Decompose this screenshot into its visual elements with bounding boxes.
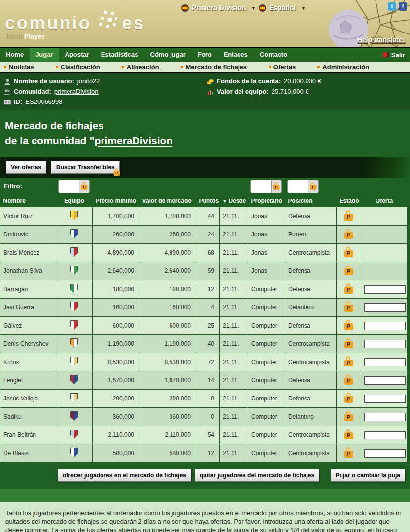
offer-input[interactable] (364, 395, 406, 403)
player-name[interactable]: Denis Cheryshev (0, 335, 56, 353)
player-name[interactable]: De Blasis (0, 444, 56, 463)
subnav-item-noticias[interactable]: Noticias (4, 64, 34, 71)
subnav-item-ofertas[interactable]: Ofertas (269, 64, 296, 71)
padlock-icon[interactable]: P (344, 396, 353, 403)
position: Defensa (288, 395, 310, 402)
language-dropdown[interactable]: Español ▼ (259, 4, 306, 12)
league-dropdown[interactable]: Primera Division ▼ (181, 4, 256, 12)
nav-item-home[interactable]: Home (0, 48, 30, 62)
table-row: Javi Guerra 160,000 160,000 4 21.11. Com… (0, 299, 408, 317)
nav-item-estadisticas[interactable]: Estadísticas (95, 48, 144, 62)
padlock-icon: P (113, 171, 120, 176)
since-date: 21.11. (220, 299, 248, 317)
offer-input[interactable] (364, 431, 406, 439)
bid-change-button[interactable]: Pujar o cambiar la puja (331, 469, 405, 482)
player-name[interactable]: Dmitrovic (0, 226, 56, 244)
owner-filter-select[interactable]: P (250, 180, 282, 193)
market-value: 290,000 (139, 390, 196, 408)
offer-input[interactable] (364, 413, 406, 421)
col-header-valor-mercado: Valor de mercado (139, 196, 196, 207)
padlock-icon[interactable]: P (344, 432, 353, 439)
player-name[interactable]: Barragán (0, 280, 56, 299)
padlock-icon[interactable]: P (344, 323, 353, 330)
offer-input[interactable] (364, 340, 406, 348)
padlock-icon[interactable]: P (344, 341, 353, 348)
remove-players-button[interactable]: quitar jugadores del mercado de fichajes (195, 469, 319, 482)
position-filter-select[interactable]: P (287, 180, 319, 193)
money-icon (207, 78, 214, 85)
owner: Jonas (248, 207, 285, 226)
team-crest-icon (70, 284, 78, 293)
funds-label: Fondos de la cuenta: (217, 77, 281, 86)
padlock-icon[interactable]: P (344, 214, 353, 221)
padlock-icon[interactable]: P (344, 232, 353, 239)
player-name[interactable]: Víctor Ruiz (0, 207, 56, 226)
padlock-icon[interactable]: P (344, 268, 353, 275)
market-value: 2,640,000 (139, 262, 196, 280)
padlock-icon[interactable]: P (344, 414, 353, 421)
owner: Computer (248, 390, 285, 408)
market-value: 8,530,000 (139, 353, 196, 371)
community-link[interactable]: primeraDivision (54, 87, 99, 96)
subnav-item-administracion[interactable]: Administración (317, 64, 369, 71)
padlock-icon[interactable]: P (344, 287, 353, 294)
table-row: Brais Méndez 4,890,000 4,890,000 68 21.1… (0, 244, 408, 262)
community-title-link[interactable]: primeraDivision (94, 135, 172, 146)
nav-item-enlaces[interactable]: Enlaces (218, 48, 254, 62)
position: Defensa (288, 213, 310, 220)
offer-input[interactable] (364, 285, 406, 294)
padlock-icon[interactable]: P (344, 451, 353, 458)
market-table-body: Víctor Ruiz 1,700,000 1,700,000 44 21.11… (0, 207, 408, 463)
id-label: ID: (14, 98, 22, 106)
table-row: Sadiku 360,000 360,000 0 21.11. Computer… (0, 408, 408, 426)
player-name[interactable]: Javi Guerra (0, 299, 56, 317)
player-name[interactable]: Brais Méndez (0, 244, 56, 262)
offer-input[interactable] (364, 322, 406, 330)
padlock-icon[interactable]: P (344, 250, 353, 257)
logo: comunio es (5, 11, 145, 32)
player-name[interactable]: Fran Beltrán (0, 426, 56, 444)
subnav-item-alineacion[interactable]: Alineación (122, 64, 159, 71)
separator-band (0, 489, 410, 502)
user-icon (4, 78, 11, 85)
position: Centrocampista (288, 359, 330, 366)
search-transferables-button[interactable]: Buscar Trasnferibles (51, 161, 120, 174)
player-name[interactable]: Kroos (0, 353, 56, 371)
nav-item-como-jugar[interactable]: Cómo jugar (144, 48, 192, 62)
position: Portero (288, 231, 308, 238)
col-header-desde[interactable]: ▼Desde (220, 196, 248, 207)
twitter-icon[interactable]: t (388, 2, 396, 11)
padlock-icon[interactable]: P (344, 305, 353, 312)
table-row: Dmitrovic 260,000 260,000 24 21.11. Jona… (0, 226, 408, 244)
nav-item-jugar[interactable]: Jugar (30, 48, 59, 62)
padlock-icon[interactable]: P (344, 378, 353, 385)
team-filter-select[interactable]: P (58, 180, 90, 193)
position: Centrocampista (288, 249, 330, 257)
offer-players-button[interactable]: ofrecer jugadores en el mercado de ficha… (58, 469, 191, 482)
logout-button[interactable]: Salir (378, 48, 410, 62)
nav-item-contacto[interactable]: Contacto (254, 48, 293, 62)
sub-nav: Noticias Clasificación Alineación Mercad… (0, 62, 410, 73)
offer-input[interactable] (364, 358, 406, 366)
player-name[interactable]: Gálvez (0, 317, 56, 335)
offer-input[interactable] (364, 376, 406, 385)
view-offers-button[interactable]: Ver ofertas (6, 161, 46, 174)
spain-flag-icon (259, 4, 266, 12)
nav-item-foro[interactable]: Foro (192, 48, 218, 62)
help-translate-link[interactable]: Help translate! (357, 36, 405, 44)
facebook-icon[interactable]: f (399, 2, 407, 11)
subnav-item-clasificacion[interactable]: Clasificación (56, 64, 100, 71)
offer-input[interactable] (364, 303, 406, 312)
player-name[interactable]: Sadiku (0, 408, 56, 426)
min-price: 4,890,000 (93, 244, 139, 262)
player-name[interactable]: Lenglet (0, 371, 56, 390)
team-crest-icon (70, 357, 78, 366)
subnav-item-mercado[interactable]: Mercado de fichajes (181, 64, 247, 71)
username-link[interactable]: jonito22 (77, 77, 100, 86)
nav-item-apostar[interactable]: Apostar (59, 48, 95, 62)
offer-input[interactable] (364, 449, 406, 458)
player-name[interactable]: Jonathan Silva (0, 262, 56, 280)
player-name[interactable]: Jesús Vallejo (0, 390, 56, 408)
min-price: 160,000 (93, 299, 139, 317)
padlock-icon[interactable]: P (344, 360, 353, 366)
